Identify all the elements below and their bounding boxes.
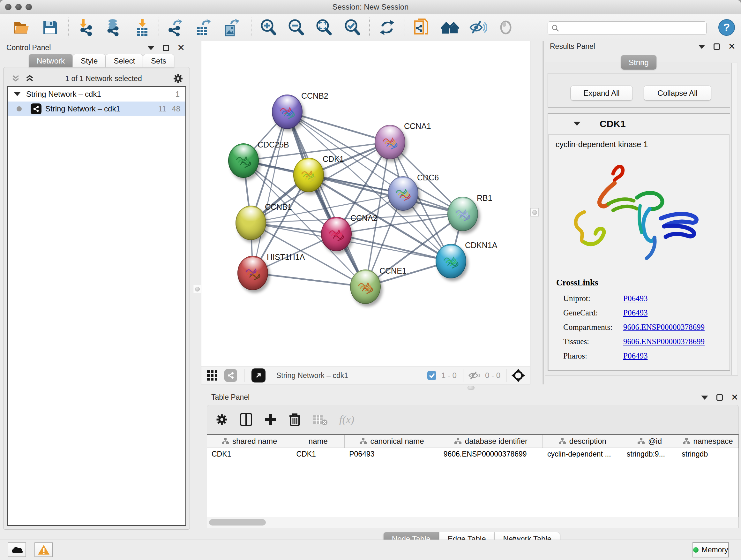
tab-select[interactable]: Select [106, 54, 143, 67]
table-options-gear-icon[interactable] [215, 413, 228, 426]
crosslink-link[interactable]: P06493 [623, 352, 648, 361]
detach-view-icon[interactable] [252, 368, 266, 382]
export-network-icon[interactable] [166, 18, 185, 37]
network-edge[interactable] [287, 112, 390, 142]
hide-selected-icon[interactable] [469, 18, 487, 37]
collection-expander-icon[interactable] [14, 92, 20, 96]
network-canvas[interactable]: CCNB2CCNA1CDC25BCDK1CDC6RB1CCNB1CCNA2CDK… [201, 41, 530, 367]
import-network-database-icon[interactable] [104, 18, 123, 37]
table-cell[interactable]: stringdb [677, 448, 738, 461]
panel-close-icon[interactable]: ✕ [728, 44, 736, 50]
add-column-icon[interactable] [264, 413, 277, 426]
node-table[interactable]: shared namenamecanonical namedatabase id… [207, 434, 739, 517]
zoom-out-icon[interactable] [287, 18, 306, 37]
column-header[interactable]: shared name [207, 435, 292, 448]
crosslink-link[interactable]: 9606.ENSP00000378699 [623, 337, 704, 346]
birds-eye-view-icon[interactable] [511, 368, 526, 383]
crosslink-link[interactable]: P06493 [623, 308, 648, 317]
function-builder-icon[interactable]: f(x) [339, 414, 354, 426]
network-node-cdkn1a[interactable] [435, 244, 466, 278]
network-edge[interactable] [253, 112, 287, 273]
refresh-view-icon[interactable] [378, 18, 396, 37]
grid-view-icon[interactable] [206, 370, 218, 381]
network-node-ccnb1[interactable] [235, 206, 266, 240]
warnings-button[interactable] [35, 543, 53, 557]
panel-close-icon[interactable]: ✕ [731, 394, 738, 401]
network-node-ccne1[interactable] [350, 269, 381, 304]
left-splitter[interactable] [191, 41, 200, 384]
share-document-icon[interactable] [413, 18, 431, 37]
network-node-rb1[interactable] [448, 197, 478, 231]
network-node-ccna2[interactable] [321, 217, 352, 251]
column-header[interactable]: description [543, 435, 622, 448]
expand-all-icon[interactable] [25, 74, 35, 83]
selected-checkbox-icon[interactable] [427, 370, 437, 381]
network-edge[interactable] [253, 273, 365, 287]
right-splitter[interactable] [542, 41, 544, 384]
table-hscrollbar-thumb[interactable] [209, 519, 266, 525]
collapse-all-button[interactable]: Collapse All [644, 85, 711, 101]
network-node-ccna1[interactable] [375, 125, 405, 159]
table-cell[interactable]: P06493 [345, 448, 439, 461]
panel-float-icon[interactable] [714, 44, 720, 50]
delete-table-icon[interactable] [313, 414, 328, 426]
crosslink-link[interactable]: 9606.ENSP00000378699 [623, 323, 704, 332]
cloud-status-button[interactable] [8, 543, 26, 557]
zoom-fit-icon[interactable] [315, 18, 333, 37]
home-pages-icon[interactable] [441, 18, 459, 37]
import-table-file-icon[interactable] [133, 18, 151, 37]
panel-float-icon[interactable] [717, 394, 723, 401]
column-header[interactable]: name [292, 435, 345, 448]
tab-network[interactable]: Network [29, 54, 73, 67]
results-scrollbar[interactable] [731, 63, 737, 375]
zoom-in-icon[interactable] [259, 18, 278, 37]
table-cell[interactable]: CDK1 [207, 448, 292, 461]
network-node-ccnb2[interactable] [272, 95, 302, 129]
crosslink-link[interactable]: P06493 [623, 294, 648, 303]
import-network-file-icon[interactable] [77, 18, 96, 37]
network-node-cdc25b[interactable] [228, 143, 259, 178]
right-splitter-handle[interactable] [530, 208, 539, 216]
panel-close-icon[interactable]: ✕ [178, 45, 185, 51]
expand-all-button[interactable]: Expand All [570, 85, 633, 101]
collapse-all-icon[interactable] [11, 74, 20, 83]
network-node-cdc6[interactable] [388, 176, 418, 211]
network-share-view-icon[interactable] [224, 369, 237, 382]
network-node-cdk1[interactable] [293, 158, 324, 192]
column-header[interactable]: database identifier [439, 435, 543, 448]
protein-card-expander-icon[interactable] [574, 122, 581, 126]
panel-float-icon[interactable] [163, 45, 169, 51]
export-table-icon[interactable] [194, 18, 212, 37]
save-session-icon[interactable] [41, 18, 59, 37]
export-image-icon[interactable] [222, 18, 240, 37]
network-row[interactable]: String Network – cdk1 11 48 [8, 102, 185, 116]
search-input[interactable] [559, 24, 700, 32]
table-row[interactable]: CDK1CDK1P064939606.ENSP00000378699cyclin… [207, 448, 738, 461]
network-options-gear-icon[interactable] [173, 73, 184, 84]
network-collection-row[interactable]: String Network – cdk1 1 [8, 87, 185, 102]
memory-button[interactable]: Memory [692, 542, 729, 557]
tab-string[interactable]: String [621, 55, 657, 70]
show-all-icon[interactable] [496, 18, 515, 37]
network-node-hist1h1a[interactable] [238, 256, 268, 290]
panel-menu-icon[interactable] [698, 45, 705, 49]
left-splitter-handle[interactable] [193, 285, 201, 293]
open-session-icon[interactable] [13, 18, 31, 37]
help-icon[interactable]: ? [718, 18, 736, 37]
table-cell[interactable]: stringdb:9... [622, 448, 677, 461]
tab-sets[interactable]: Sets [143, 54, 174, 67]
delete-column-icon[interactable] [289, 412, 301, 427]
column-header[interactable]: namespace [677, 435, 738, 448]
panel-menu-icon[interactable] [701, 395, 708, 400]
table-hscrollbar[interactable] [207, 517, 739, 528]
tab-style[interactable]: Style [73, 54, 106, 67]
table-cell[interactable]: CDK1 [292, 448, 345, 461]
column-header[interactable]: @id [622, 435, 677, 448]
show-columns-icon[interactable] [240, 413, 253, 427]
hidden-eye-icon[interactable] [468, 370, 481, 381]
column-header[interactable]: canonical name [345, 435, 439, 448]
panel-menu-icon[interactable] [147, 46, 154, 50]
table-cell[interactable]: cyclin-dependent ... [543, 448, 622, 461]
network-edge[interactable] [336, 234, 451, 261]
bottom-splitter-handle[interactable] [468, 386, 475, 390]
